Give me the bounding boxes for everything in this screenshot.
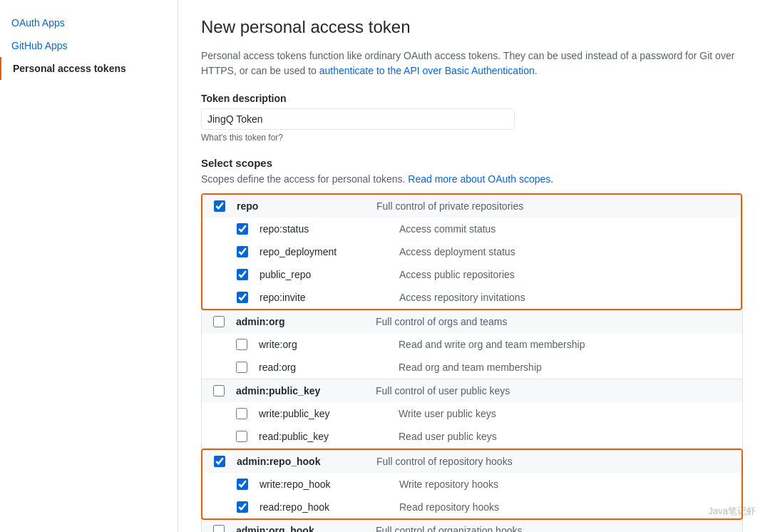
scope-row-public-repo: public_repo Access public repositories xyxy=(202,263,741,286)
scope-group-repo: repo Full control of private repositorie… xyxy=(201,193,742,310)
oauth-scopes-link[interactable]: Read more about OAuth scopes. xyxy=(408,173,553,185)
select-scopes-label: Select scopes xyxy=(201,157,747,169)
scope-checkbox-write-repo-hook[interactable] xyxy=(237,479,248,490)
scope-checkbox-read-public-key[interactable] xyxy=(236,431,247,442)
scope-name-read-public-key: read:public_key xyxy=(259,431,387,442)
scope-checkbox-admin-org[interactable] xyxy=(213,316,225,327)
scope-desc-read-public-key: Read user public keys xyxy=(399,431,731,442)
token-description-group: Token description What's this token for? xyxy=(201,93,747,143)
scope-row-admin-org: admin:org Full control of orgs and teams xyxy=(202,310,742,333)
token-description-label: Token description xyxy=(201,93,747,104)
scope-desc-admin-org: Full control of orgs and teams xyxy=(376,316,731,327)
scope-row-write-org: write:org Read and write org and team me… xyxy=(202,333,742,356)
scope-row-admin-org-hook: admin:org_hook Full control of organizat… xyxy=(202,519,742,532)
scope-group-admin-org-hook: admin:org_hook Full control of organizat… xyxy=(202,519,742,532)
scope-row-admin-public-key: admin:public_key Full control of user pu… xyxy=(202,379,742,402)
scope-group-admin-org: admin:org Full control of orgs and teams… xyxy=(202,310,742,379)
scope-name-write-org: write:org xyxy=(259,339,387,350)
scope-name-write-repo-hook: write:repo_hook xyxy=(260,479,388,490)
scope-desc-repo-status: Access commit status xyxy=(399,223,729,235)
scope-row-repo-invite: repo:invite Access repository invitation… xyxy=(202,286,741,309)
scope-name-repo: repo xyxy=(237,200,365,212)
page-description: Personal access tokens function like ord… xyxy=(201,48,743,78)
scope-group-admin-public-key: admin:public_key Full control of user pu… xyxy=(202,379,742,449)
scope-name-read-repo-hook: read:repo_hook xyxy=(260,501,388,513)
scope-checkbox-repo-deployment[interactable] xyxy=(237,246,248,257)
scope-desc-public-repo: Access public repositories xyxy=(399,269,729,280)
scope-checkbox-write-public-key[interactable] xyxy=(236,408,247,419)
scope-checkbox-admin-public-key[interactable] xyxy=(213,385,225,397)
scope-row-repo-deployment: repo_deployment Access deployment status xyxy=(202,240,741,263)
sidebar-item-personal-access-tokens[interactable]: Personal access tokens xyxy=(0,57,178,80)
scope-desc-write-org: Read and write org and team membership xyxy=(399,339,731,350)
scope-row-write-public-key: write:public_key Write user public keys xyxy=(202,402,742,425)
scope-checkbox-read-repo-hook[interactable] xyxy=(237,501,248,513)
scope-row-write-repo-hook: write:repo_hook Write repository hooks xyxy=(202,473,741,496)
scope-checkbox-public-repo[interactable] xyxy=(237,269,248,280)
scope-name-repo-status: repo:status xyxy=(260,223,388,235)
page-title: New personal access token xyxy=(201,17,747,37)
scope-checkbox-admin-org-hook[interactable] xyxy=(213,525,225,532)
scope-name-admin-public-key: admin:public_key xyxy=(236,385,364,397)
scope-checkbox-read-org[interactable] xyxy=(236,362,247,373)
scope-desc-read-repo-hook: Read repository hooks xyxy=(399,501,730,513)
scope-desc-repo-deployment: Access deployment status xyxy=(399,246,729,257)
scope-row-repo-status: repo:status Access commit status xyxy=(202,218,741,240)
scope-desc-write-repo-hook: Write repository hooks xyxy=(399,479,730,490)
scope-desc-admin-public-key: Full control of user public keys xyxy=(376,385,731,397)
scope-name-write-public-key: write:public_key xyxy=(259,408,387,419)
scope-name-admin-org: admin:org xyxy=(236,316,364,327)
scope-name-public-repo: public_repo xyxy=(260,269,388,280)
scope-checkbox-repo-status[interactable] xyxy=(237,223,248,235)
scope-desc-repo-invite: Access repository invitations xyxy=(399,292,729,303)
scope-name-repo-deployment: repo_deployment xyxy=(260,246,388,257)
scope-checkbox-admin-repo-hook[interactable] xyxy=(214,456,225,467)
scope-desc-admin-repo-hook: Full control of repository hooks xyxy=(376,456,730,467)
scope-row-read-repo-hook: read:repo_hook Read repository hooks xyxy=(202,496,741,518)
scope-checkbox-write-org[interactable] xyxy=(236,339,247,350)
sidebar: OAuth Apps GitHub Apps Personal access t… xyxy=(0,0,178,532)
scope-desc-admin-org-hook: Full control of organization hooks xyxy=(376,525,731,532)
sidebar-item-github-apps[interactable]: GitHub Apps xyxy=(0,34,178,57)
scope-group-admin-repo-hook: admin:repo_hook Full control of reposito… xyxy=(201,449,743,520)
sidebar-item-oauth-apps[interactable]: OAuth Apps xyxy=(0,11,178,34)
scope-row-admin-repo-hook: admin:repo_hook Full control of reposito… xyxy=(202,450,741,473)
scope-name-read-org: read:org xyxy=(259,362,387,373)
scope-name-admin-org-hook: admin:org_hook xyxy=(236,525,364,532)
scope-row-read-public-key: read:public_key Read user public keys xyxy=(202,425,742,448)
scope-checkbox-repo[interactable] xyxy=(214,200,225,212)
scope-row-repo: repo Full control of private repositorie… xyxy=(202,195,741,218)
main-content: New personal access token Personal acces… xyxy=(178,0,770,532)
scope-row-read-org: read:org Read org and team membership xyxy=(202,356,742,379)
scopes-description: Scopes define the access for personal to… xyxy=(201,173,747,185)
scope-desc-repo: Full control of private repositories xyxy=(376,200,729,212)
scopes-container: repo Full control of private repositorie… xyxy=(201,193,743,532)
scope-checkbox-repo-invite[interactable] xyxy=(237,292,248,303)
token-description-input[interactable] xyxy=(201,108,515,130)
api-auth-link[interactable]: authenticate to the API over Basic Authe… xyxy=(319,65,535,76)
token-description-hint: What's this token for? xyxy=(201,133,747,143)
scope-name-repo-invite: repo:invite xyxy=(260,292,388,303)
scope-name-admin-repo-hook: admin:repo_hook xyxy=(237,456,365,467)
scope-desc-read-org: Read org and team membership xyxy=(399,362,731,373)
scope-desc-write-public-key: Write user public keys xyxy=(399,408,731,419)
